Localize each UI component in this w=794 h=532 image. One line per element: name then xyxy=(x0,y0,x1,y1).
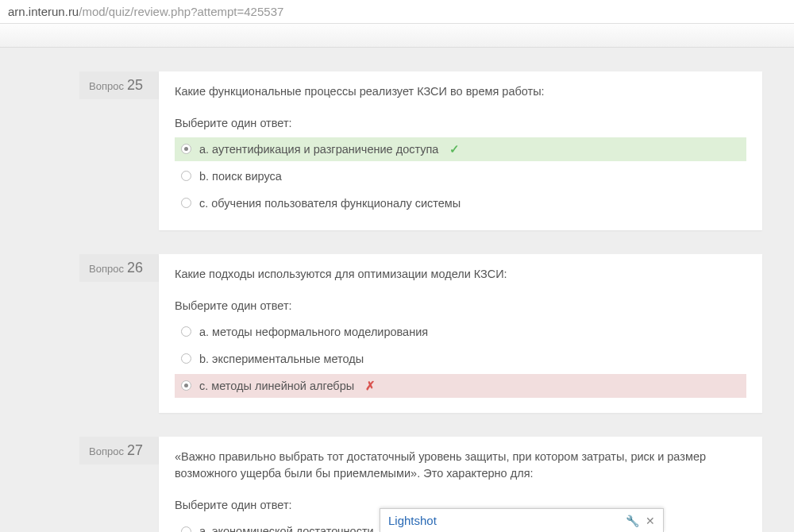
question-label: Вопрос xyxy=(89,80,124,92)
question-label: Вопрос xyxy=(89,263,124,275)
quiz-review-page: Вопрос 25 Какие функциональные процессы … xyxy=(0,48,794,532)
url-path: /mod/quiz/review.php?attempt=425537 xyxy=(79,5,283,18)
select-prompt: Выберите один ответ: xyxy=(175,299,746,312)
check-icon: ✓ xyxy=(449,143,460,156)
answer-option[interactable]: b. экспериментальные методы xyxy=(175,347,746,371)
cross-icon: ✗ xyxy=(365,380,376,392)
answer-option[interactable]: b. поиск вируса xyxy=(175,164,746,188)
question-text: Какие функциональные процессы реализует … xyxy=(175,83,746,101)
answer-label: a. экономической достаточности xyxy=(199,525,374,532)
radio-icon xyxy=(181,144,191,154)
radio-icon xyxy=(181,380,191,391)
radio-icon xyxy=(181,171,191,181)
answer-label: a. методы неформального моделирования xyxy=(199,326,428,338)
answer-option[interactable]: c. методы линейной алгебры ✗ xyxy=(175,374,746,398)
question-block-25: Вопрос 25 Какие функциональные процессы … xyxy=(79,71,762,230)
radio-icon xyxy=(181,326,191,337)
answer-option[interactable]: c. обучения пользователя функционалу сис… xyxy=(175,191,746,215)
question-number-badge: Вопрос 27 xyxy=(79,437,159,465)
radio-icon xyxy=(181,353,191,364)
answer-label: c. методы линейной алгебры xyxy=(199,380,354,392)
radio-icon xyxy=(181,526,191,533)
question-number: 26 xyxy=(127,260,143,276)
lightshot-header[interactable]: Lightshot 🔧 ✕ xyxy=(380,509,663,532)
url-host: arn.interun.ru xyxy=(8,5,79,18)
wrench-icon[interactable]: 🔧 xyxy=(626,515,639,527)
question-number-badge: Вопрос 25 xyxy=(79,71,159,99)
question-text: «Важно правильно выбрать тот достаточный… xyxy=(175,449,746,484)
question-text: Какие подходы используются для оптимизац… xyxy=(175,266,746,283)
answer-option[interactable]: a. аутентификация и разграничение доступ… xyxy=(175,137,746,161)
answer-option[interactable]: a. методы неформального моделирования xyxy=(175,320,746,344)
question-number-badge: Вопрос 26 xyxy=(79,254,159,282)
close-icon[interactable]: ✕ xyxy=(646,515,655,527)
answer-label: b. поиск вируса xyxy=(199,170,282,183)
question-body: Какие функциональные процессы реализует … xyxy=(159,71,762,230)
lightshot-popup: Lightshot 🔧 ✕ xyxy=(380,508,664,532)
answer-label: c. обучения пользователя функционалу сис… xyxy=(199,197,461,210)
question-body: Какие подходы используются для оптимизац… xyxy=(159,254,762,413)
lightshot-title: Lightshot xyxy=(388,514,619,527)
question-block-26: Вопрос 26 Какие подходы используются для… xyxy=(79,254,762,413)
answer-label: b. экспериментальные методы xyxy=(199,353,364,365)
answer-label: a. аутентификация и разграничение доступ… xyxy=(199,143,438,156)
select-prompt: Выберите один ответ: xyxy=(175,117,746,129)
top-strip xyxy=(0,24,794,48)
question-label: Вопрос xyxy=(89,445,124,457)
address-bar[interactable]: arn.interun.ru/mod/quiz/review.php?attem… xyxy=(0,0,794,24)
question-number: 25 xyxy=(127,77,143,94)
radio-icon xyxy=(181,198,191,208)
question-number: 27 xyxy=(127,442,143,459)
